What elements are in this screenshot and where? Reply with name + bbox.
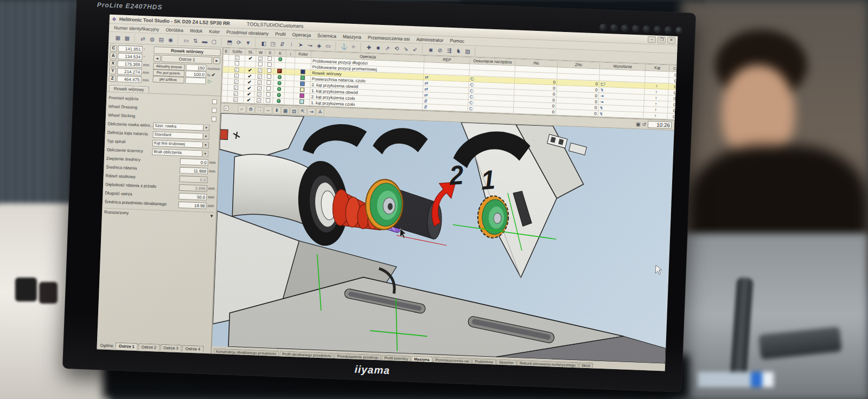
tab-ostrze-3[interactable]: Ostrze 3 xyxy=(160,344,182,352)
toolbar-icon-7-3[interactable]: ⇗ xyxy=(383,43,392,53)
toolbar-icon-8-2[interactable]: ⊘ xyxy=(436,46,445,55)
toolbar-icon-4-2[interactable]: ⟳ xyxy=(234,38,244,47)
column-header-w[interactable]: W xyxy=(256,49,265,56)
tab-ogolne[interactable]: Ogólne xyxy=(100,343,113,349)
toolbar-icon-5-7[interactable]: ◈ xyxy=(315,41,324,50)
toolbar-icon-3-3[interactable]: ▬ xyxy=(200,36,209,46)
cell-st[interactable]: ✔ xyxy=(245,67,256,74)
cell-s[interactable] xyxy=(264,80,273,86)
menu-item-administrator[interactable]: Administrator xyxy=(413,36,446,43)
toolbar-icon-7-2[interactable]: ■ xyxy=(374,43,383,52)
clock-adjacent-icon-1[interactable]: ▣ xyxy=(636,121,641,127)
cell-s[interactable] xyxy=(264,86,273,92)
cell-w[interactable]: ✓ xyxy=(256,68,265,74)
toolbar-icon-3-2[interactable]: ⇅ xyxy=(191,36,200,45)
axis-button-a[interactable]: A xyxy=(110,53,117,59)
cell-s[interactable] xyxy=(264,98,273,104)
menu-item-numer-identyfikacyjny[interactable]: Numer identyfikacyjny xyxy=(111,25,162,33)
toolbar-icon-1-2[interactable]: ▦ xyxy=(123,34,132,43)
monitor-osd-button-2[interactable]: ◦ xyxy=(610,24,617,31)
menu-item-przedmiot-obrabiany[interactable]: Przedmiot obrabiany xyxy=(223,29,272,36)
monitor-osd-button-3[interactable]: ◦ xyxy=(621,24,628,31)
param-input[interactable]: 50.0 xyxy=(178,192,207,200)
cell-w[interactable] xyxy=(256,62,265,68)
machine-3d-viewport[interactable]: 2 1 xyxy=(212,113,674,364)
view-tab-konstrukcja-obrabianego-przedmiotu[interactable]: Konstrukcja obrabianego przedmiotu xyxy=(213,348,279,356)
param-select[interactable]: Szer. rowka▼ xyxy=(153,122,209,131)
edge-prev-button[interactable]: ◄ xyxy=(154,55,161,62)
toolbar-icon-7-4[interactable]: ⟲ xyxy=(392,44,401,53)
toolbar-icon-8-4[interactable]: ♞ xyxy=(454,46,463,55)
toolbar-icon-5-4[interactable]: ⁝ xyxy=(287,40,296,49)
toolbar-icon-1-1[interactable]: ▦ xyxy=(113,33,123,42)
cell-s[interactable] xyxy=(265,68,274,74)
param-checkbox[interactable] xyxy=(212,108,216,113)
cell-szlifo[interactable]: ✓ xyxy=(227,96,244,103)
monitor-osd-button-1[interactable]: ◦ xyxy=(599,23,607,30)
feed-value-3[interactable] xyxy=(185,77,206,84)
tab-ostrze-2[interactable]: Ostrze 2 xyxy=(138,343,159,351)
cell-st[interactable] xyxy=(245,61,256,68)
viewport-checkbox[interactable]: ✓ xyxy=(224,106,228,111)
param-select[interactable]: Standard▼ xyxy=(152,131,209,139)
toolbar-icon-8-5[interactable]: ▨ xyxy=(463,47,473,56)
toolbar-icon-6-2[interactable]: ✧ xyxy=(349,42,358,52)
toolbar-icon-3-4[interactable]: ▢ xyxy=(209,37,219,46)
cell-w[interactable]: ✓ xyxy=(254,92,264,98)
cell-s[interactable] xyxy=(265,56,274,62)
column-header-ud[interactable]: ↨ xyxy=(286,50,295,57)
menu-item-widok[interactable]: Widok xyxy=(187,28,206,34)
clock-adjacent-icon-2[interactable]: ↺ xyxy=(642,121,646,127)
view-tab-sketcher[interactable]: Sketcher xyxy=(496,359,516,365)
menu-item-operacja[interactable]: Operacja xyxy=(289,31,314,38)
tab-ostrze-1[interactable]: Ostrze 1 xyxy=(116,343,138,350)
cell-w[interactable]: ✓ xyxy=(255,74,264,80)
column-header-k[interactable]: K xyxy=(275,50,286,57)
menu-item-profil[interactable]: Profil xyxy=(272,31,289,37)
column-header-st[interactable]: St. xyxy=(245,49,256,56)
toolbar-icon-4-3[interactable]: ▼ xyxy=(244,38,253,47)
menu-item-pomoc[interactable]: Pomoc xyxy=(446,38,468,44)
axis-button-z[interactable]: Z xyxy=(108,75,116,82)
view-tool-icon-2[interactable]: ⟰ xyxy=(246,105,255,113)
feed-button-3[interactable]: pkt szlifow. xyxy=(152,76,184,83)
maximize-button[interactable]: ❐ xyxy=(658,36,666,43)
cell-st[interactable]: ✔ xyxy=(244,97,254,104)
menu-item-przemieszczenia-osi[interactable]: Przemieszczenia osi xyxy=(365,35,413,42)
monitor-osd-button-5[interactable]: ◦ xyxy=(643,25,650,32)
toolbar-icon-8-3[interactable]: ⇶ xyxy=(445,46,454,55)
monitor-osd-button-4[interactable]: ◦ xyxy=(632,25,639,32)
cell-st[interactable]: ✔ xyxy=(244,79,255,86)
param-select[interactable]: Brak obliczenia▼ xyxy=(152,148,208,157)
cell-s[interactable] xyxy=(264,92,273,98)
view-tool-icon-7[interactable]: ▤ xyxy=(290,107,298,115)
view-tab-podzielone[interactable]: Podzielone xyxy=(472,358,496,365)
close-button[interactable]: ✕ xyxy=(667,37,675,44)
menu-item-maszyna[interactable]: Maszyna xyxy=(340,34,365,40)
toolbar-icon-5-1[interactable]: ◧ xyxy=(259,38,269,48)
menu-item--ciernica[interactable]: Ściernica xyxy=(314,33,340,39)
cell-st[interactable]: ✔ xyxy=(244,85,254,92)
view-tool-icon-1[interactable]: ⌐ xyxy=(238,105,246,113)
monitor-osd-button-7[interactable]: ◦ xyxy=(665,26,672,33)
axis-button-x[interactable]: X xyxy=(109,60,116,67)
axis-button-c[interactable]: C xyxy=(110,45,117,52)
toolbar-icon-2-1[interactable]: ⇄ xyxy=(138,34,148,43)
view-tool-icon-3[interactable]: ⛶ xyxy=(255,106,264,114)
param-input[interactable]: 0.0 xyxy=(180,158,208,165)
toolbar-icon-7-6[interactable]: ⇙ xyxy=(411,44,420,54)
cell-w[interactable]: ✓ xyxy=(254,98,264,104)
toolbar-icon-2-4[interactable]: ◉ xyxy=(166,35,175,44)
column-header-kolor[interactable]: Kolor xyxy=(295,50,311,57)
toolbar-icon-8-1[interactable]: ◙ xyxy=(426,45,436,54)
toolbar-icon-5-8[interactable]: ▭ xyxy=(324,41,333,50)
edge-next-button[interactable]: ► xyxy=(213,57,220,64)
view-tool-icon-6[interactable]: ▦ xyxy=(281,106,290,114)
view-tool-icon-5[interactable]: ⬍ xyxy=(272,106,281,114)
view-tab-rekord-sterowania-numerycznego[interactable]: Rekord sterowania numerycznego xyxy=(517,360,578,368)
param-checkbox[interactable] xyxy=(212,117,216,121)
machine-simulation-scene[interactable]: 2 1 xyxy=(212,113,674,364)
view-tab-skr-t[interactable]: Skrót xyxy=(579,362,593,368)
menu-item-obr-bka[interactable]: Obróbka xyxy=(162,27,187,33)
monitor-osd-button-6[interactable]: ◦ xyxy=(654,25,661,33)
